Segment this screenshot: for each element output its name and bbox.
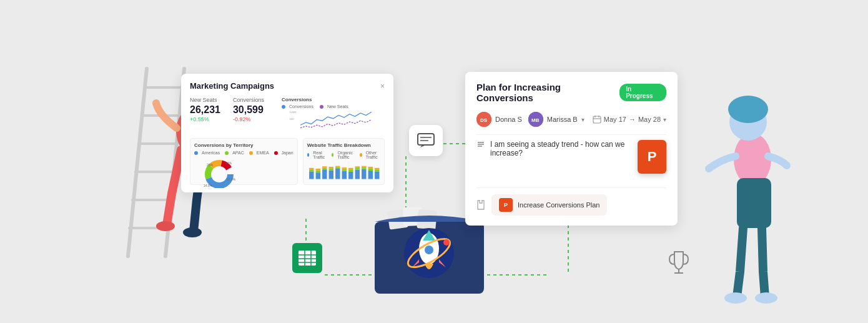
svg-rect-76 xyxy=(342,167,346,169)
svg-point-20 xyxy=(755,292,777,304)
attachment-section: P Increase Conversions Plan xyxy=(476,187,666,216)
date-arrow: → xyxy=(629,116,636,123)
attachment-badge[interactable]: P Increase Conversions Plan xyxy=(491,194,607,216)
svg-rect-91 xyxy=(375,168,379,169)
svg-rect-72 xyxy=(335,167,340,169)
donut-chart: Conversions by Territory Americas APAC E… xyxy=(190,138,298,185)
trophy-icon xyxy=(664,248,693,279)
svg-rect-61 xyxy=(309,168,313,169)
message-icon-float xyxy=(409,125,443,156)
svg-text:500: 500 xyxy=(289,117,294,121)
svg-rect-90 xyxy=(375,169,379,171)
calendar-icon xyxy=(593,115,601,124)
svg-rect-97 xyxy=(593,116,601,123)
ppt-attachment-icon: P xyxy=(499,198,513,212)
svg-text:25%: 25% xyxy=(207,163,214,167)
svg-rect-28 xyxy=(375,222,484,294)
svg-point-32 xyxy=(404,228,454,278)
svg-rect-73 xyxy=(335,166,340,167)
svg-rect-64 xyxy=(315,169,320,170)
svg-rect-71 xyxy=(335,169,340,179)
svg-rect-87 xyxy=(368,168,372,171)
assignee-chevron[interactable]: ▾ xyxy=(581,116,584,123)
bar-chart-label: Website Traffic Breakdown xyxy=(307,142,380,148)
svg-rect-77 xyxy=(348,172,353,179)
line-chart-label: Conversions xyxy=(282,97,385,102)
donut-legend: Americas APAC EMEA Japan xyxy=(194,151,293,155)
svg-point-34 xyxy=(425,246,433,254)
svg-line-1 xyxy=(128,69,147,256)
bar-legend: Real Traffic Organic Traffic Other Traff… xyxy=(307,151,380,159)
bottom-charts: Conversions by Territory Americas APAC E… xyxy=(190,138,385,185)
attachment-label: Increase Conversions Plan xyxy=(518,201,599,209)
svg-rect-70 xyxy=(328,167,333,168)
ppt-floating-icon: P xyxy=(638,140,666,174)
assignee-marissa-name: Marissa B xyxy=(547,116,578,123)
svg-rect-65 xyxy=(322,169,327,179)
svg-rect-46 xyxy=(418,134,434,145)
svg-rect-29 xyxy=(387,209,408,230)
svg-point-18 xyxy=(728,96,768,123)
svg-rect-66 xyxy=(322,168,327,169)
svg-rect-31 xyxy=(417,209,437,230)
svg-rect-80 xyxy=(355,170,359,179)
svg-rect-62 xyxy=(315,172,320,179)
svg-rect-67 xyxy=(322,166,327,167)
svg-point-33 xyxy=(419,233,439,264)
svg-rect-69 xyxy=(328,168,333,170)
svg-rect-0 xyxy=(0,0,868,323)
svg-text:37.9%: 37.9% xyxy=(227,177,236,181)
conversions-metric: Conversions 30,599 -0.92% xyxy=(233,97,264,132)
svg-point-13 xyxy=(156,221,175,231)
svg-rect-88 xyxy=(368,167,372,168)
legend-new-seats: New Seats xyxy=(327,104,348,109)
svg-rect-83 xyxy=(362,169,366,179)
card-header: Marketing Campaigns × xyxy=(190,81,385,91)
bar-chart-svg xyxy=(307,161,380,189)
date-chevron[interactable]: ▾ xyxy=(663,116,666,123)
scene: Marketing Campaigns × New Seats 26,231 +… xyxy=(0,0,868,323)
metrics-row: New Seats 26,231 +0.55% Conversions 30,5… xyxy=(190,97,385,132)
message-lines-icon xyxy=(476,140,485,149)
line-chart-container: Conversions Conversions New Seats 1,000 … xyxy=(277,97,385,132)
svg-rect-75 xyxy=(342,169,346,171)
attachment-icon xyxy=(476,200,485,210)
task-header: Plan for Increasing Conversions In Progr… xyxy=(476,82,666,103)
svg-point-17 xyxy=(729,103,767,141)
svg-point-14 xyxy=(183,227,202,237)
svg-rect-79 xyxy=(348,168,353,169)
svg-rect-84 xyxy=(362,167,366,169)
conversions-label: Conversions xyxy=(233,97,264,103)
date-from: May 17 xyxy=(604,116,626,123)
chart-legend: Conversions New Seats xyxy=(282,104,385,109)
svg-text:14.8%: 14.8% xyxy=(204,184,213,187)
svg-rect-68 xyxy=(328,170,333,179)
svg-rect-16 xyxy=(737,178,771,228)
marketing-card-close[interactable]: × xyxy=(380,82,385,91)
svg-text:24%: 24% xyxy=(225,161,232,165)
sheets-icon xyxy=(292,243,322,273)
svg-rect-81 xyxy=(355,167,359,170)
svg-rect-86 xyxy=(368,171,372,179)
svg-rect-59 xyxy=(309,171,313,179)
task-card: Plan for Increasing Conversions In Progr… xyxy=(465,72,678,226)
svg-rect-60 xyxy=(309,169,313,171)
task-message-text: I am seeing a steady trend - how can we … xyxy=(490,140,628,157)
marketing-card: Marketing Campaigns × New Seats 26,231 +… xyxy=(181,74,393,192)
avatar-marissa: MB xyxy=(528,112,543,127)
svg-rect-78 xyxy=(348,169,353,172)
svg-rect-89 xyxy=(375,171,379,179)
conversions-value: 30,599 xyxy=(233,104,264,116)
new-seats-metric: New Seats 26,231 +0.55% xyxy=(190,97,220,132)
avatar-donna: DS xyxy=(476,112,491,127)
svg-rect-85 xyxy=(362,166,366,167)
task-message: I am seeing a steady trend - how can we … xyxy=(476,134,666,179)
conversions-change: -0.92% xyxy=(233,116,264,122)
svg-rect-63 xyxy=(315,170,320,172)
svg-point-36 xyxy=(443,239,450,246)
date-to: May 28 xyxy=(638,116,661,123)
new-seats-change: +0.55% xyxy=(190,116,220,122)
assignee-donna-name: Donna S xyxy=(495,116,522,123)
donut-chart-label: Conversions by Territory xyxy=(194,142,293,148)
line-chart-svg: 1,000 500 xyxy=(282,109,385,131)
